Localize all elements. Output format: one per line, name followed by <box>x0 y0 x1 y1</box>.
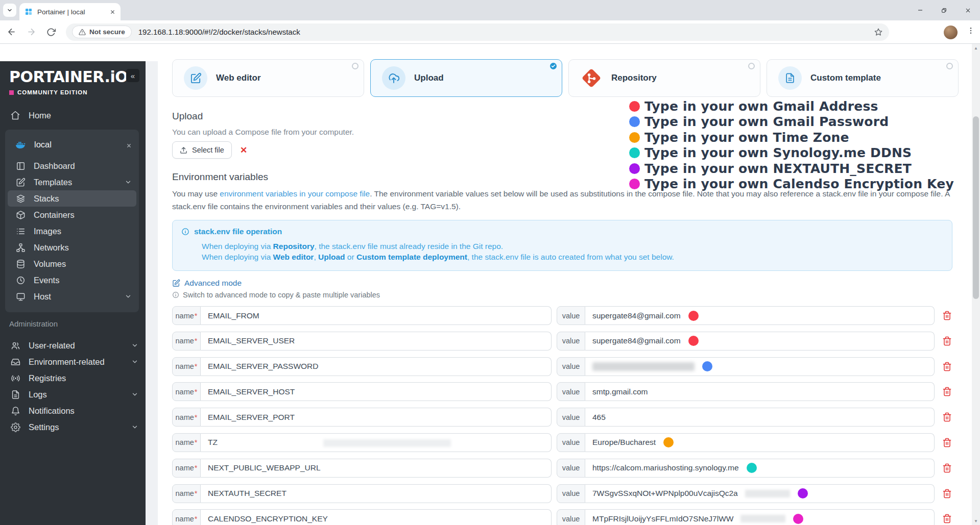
browser-menu-icon[interactable] <box>967 27 975 35</box>
remove-variable-button[interactable] <box>941 386 952 398</box>
upload-cloud-icon <box>382 66 405 90</box>
env-value-input[interactable]: smtp.gmail.com <box>585 382 935 401</box>
remove-variable-button[interactable] <box>941 335 952 347</box>
env-value-input[interactable] <box>585 357 935 376</box>
profile-avatar[interactable] <box>944 26 958 39</box>
build-method-repository[interactable]: Repository <box>568 59 760 97</box>
remove-variable-button[interactable] <box>941 411 952 423</box>
sidebar-item-host[interactable]: Host <box>5 288 139 305</box>
env-value-input[interactable]: supergate84@gmail.com <box>585 332 935 351</box>
sidebar-collapse-button[interactable]: « <box>126 69 139 82</box>
env-name-input[interactable]: EMAIL_FROM <box>201 306 552 325</box>
reload-button[interactable] <box>42 23 60 41</box>
redacted-area <box>745 490 790 497</box>
value-addon: value <box>557 332 585 351</box>
advanced-mode-hint: Switch to advanced mode to copy & paste … <box>172 291 380 299</box>
env-value-input[interactable]: Europe/Bucharest <box>585 433 935 452</box>
env-var-row: name* EMAIL_SERVER_HOST value smtp.gmail… <box>172 382 952 401</box>
annotation-overlay: Type in your own Gmail Address Type in y… <box>629 98 954 192</box>
radio-repository[interactable] <box>748 63 755 69</box>
name-addon: name* <box>172 459 201 478</box>
sidebar-item-events[interactable]: Events <box>5 272 139 288</box>
sidebar-item-notifications[interactable]: Notifications <box>0 403 146 419</box>
radio-web-editor[interactable] <box>352 63 358 69</box>
annotation-dot <box>747 463 757 473</box>
chevron-down-icon <box>7 7 13 13</box>
tab-close-icon[interactable] <box>110 9 115 15</box>
scroll-down-icon[interactable]: ▼ <box>972 517 980 525</box>
remove-variable-button[interactable] <box>941 513 952 525</box>
value-addon: value <box>557 433 585 452</box>
sidebar-item-images[interactable]: Images <box>5 223 139 239</box>
purple-dot-icon <box>629 163 640 174</box>
remove-variable-button[interactable] <box>941 487 952 499</box>
radio-upload-selected[interactable] <box>550 63 557 69</box>
env-name-input[interactable]: EMAIL_SERVER_HOST <box>201 382 552 401</box>
env-value-input[interactable]: 7WSgvSSxqNOt+WPNplp00uVcajisQc2a <box>585 484 935 503</box>
remove-variable-button[interactable] <box>941 360 952 372</box>
forward-button[interactable] <box>22 23 40 41</box>
security-chip[interactable]: Not secure <box>72 26 132 38</box>
env-value-input[interactable]: supergate84@gmail.com <box>585 306 935 325</box>
scroll-up-icon[interactable]: ▲ <box>972 44 980 52</box>
dashboard-icon <box>15 161 26 171</box>
env-name-input[interactable]: EMAIL_SERVER_PASSWORD <box>201 357 552 376</box>
sidebar-item-user-related[interactable]: User-related <box>0 337 146 354</box>
compose-env-vars-link[interactable]: environment variables in your compose fi… <box>220 189 370 198</box>
env-var-row: name* EMAIL_SERVER_PORT value 465 <box>172 408 952 427</box>
build-method-custom-template[interactable]: Custom template <box>767 59 959 97</box>
info-icon <box>181 228 189 236</box>
sidebar-item-registries[interactable]: Registries <box>0 370 146 386</box>
env-name-input[interactable]: EMAIL_SERVER_PORT <box>201 408 552 427</box>
env-value-input[interactable]: MTpFRIsjlUoijyYsFFLmIdO7SNeJ7lWW <box>585 509 935 525</box>
sidebar-item-environment-related[interactable]: Environment-related <box>0 354 146 370</box>
build-method-upload[interactable]: Upload <box>370 59 562 97</box>
env-value-input[interactable]: https://calcom.mariushosting.synology.me <box>585 459 935 478</box>
sidebar-item-volumes[interactable]: Volumes <box>5 256 139 272</box>
browser-tab[interactable]: Portainer | local <box>19 3 121 20</box>
env-name-input[interactable]: EMAIL_SERVER_USER <box>201 332 552 351</box>
administration-label: Administration <box>9 319 58 328</box>
restore-button[interactable] <box>932 0 956 20</box>
close-window-button[interactable] <box>956 0 980 20</box>
sidebar-item-containers[interactable]: Containers <box>5 207 139 223</box>
environment-close-icon[interactable] <box>126 143 132 148</box>
sidebar-item-stacks[interactable]: Stacks <box>8 190 136 207</box>
address-bar[interactable]: Not secure 192.168.1.18:9000/#!/2/docker… <box>66 23 889 41</box>
environment-local[interactable]: local <box>5 134 139 155</box>
box-icon <box>15 210 26 220</box>
minimize-button[interactable] <box>908 0 932 20</box>
page-scrollbar[interactable]: ▲ ▼ <box>972 44 980 525</box>
env-name-input[interactable]: CALENDSO_ENCRYPTION_KEY <box>201 509 552 525</box>
sidebar-item-settings[interactable]: Settings <box>0 419 146 435</box>
tab-search-button[interactable] <box>3 4 16 17</box>
env-value-input[interactable]: 465 <box>585 408 935 427</box>
build-method-web-editor[interactable]: Web editor <box>172 59 364 97</box>
bookmark-star-icon[interactable] <box>874 28 883 37</box>
env-name-input[interactable]: NEXTAUTH_SECRET <box>201 484 552 503</box>
name-addon: name* <box>172 357 201 376</box>
remove-variable-button[interactable] <box>941 462 952 474</box>
sidebar-item-logs[interactable]: Logs <box>0 386 146 403</box>
home-icon <box>10 110 20 120</box>
remove-variable-button[interactable] <box>941 310 952 322</box>
sidebar-item-networks[interactable]: Networks <box>5 239 139 256</box>
info-icon <box>172 291 179 298</box>
env-name-input[interactable]: NEXT_PUBLIC_WEBAPP_URL <box>201 459 552 478</box>
inbox-icon <box>10 357 20 367</box>
back-button[interactable] <box>3 23 20 41</box>
annotation-dot <box>688 336 699 346</box>
remove-variable-button[interactable] <box>941 436 952 448</box>
advanced-mode-link[interactable]: Advanced mode <box>172 279 242 288</box>
clear-file-icon[interactable]: ✕ <box>240 145 247 156</box>
annotation-line: Type in your own Gmail Address <box>629 98 954 114</box>
select-file-button[interactable]: Select file <box>172 141 232 159</box>
sidebar-item-home[interactable]: Home <box>0 107 146 123</box>
radio-custom-template[interactable] <box>946 63 953 69</box>
file-text-icon <box>10 389 20 399</box>
scrollbar-thumb[interactable] <box>973 116 979 299</box>
sidebar-item-templates[interactable]: Templates <box>5 174 139 190</box>
portainer-logo: PORTAINER.iO <box>9 68 128 86</box>
sidebar-item-dashboard[interactable]: Dashboard <box>5 158 139 174</box>
env-name-input[interactable]: TZ <box>201 433 552 452</box>
